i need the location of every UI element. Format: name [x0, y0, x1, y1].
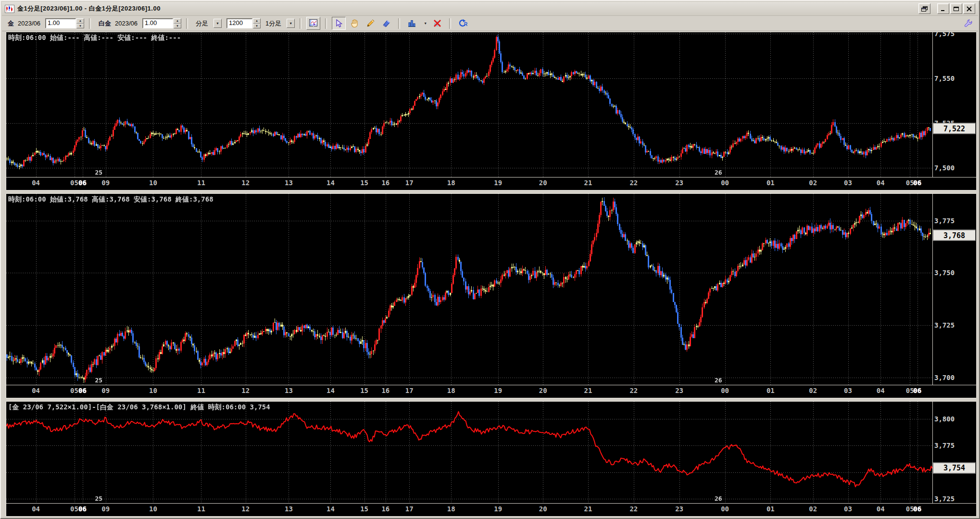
- platinum-1min-price-axis: 3,7753,7503,7253,7003,768: [933, 194, 976, 385]
- toolbar-separator: [398, 18, 400, 29]
- time-axis-tick-label: 19: [494, 387, 502, 394]
- restore-icon[interactable]: [918, 3, 930, 14]
- time-axis-tick-label: 05: [70, 387, 78, 394]
- time-axis-tick-label: 05: [906, 179, 914, 187]
- time-axis-tick-label: 15: [360, 505, 368, 513]
- time-axis-tick-label: 13: [285, 505, 293, 513]
- instrument2-contract-month: 2023/06: [115, 20, 138, 27]
- time-axis-tick-label: 22: [629, 387, 638, 394]
- window-controls: [917, 3, 975, 14]
- time-axis-tick-label: 03: [844, 505, 852, 513]
- price-axis-label: 7,575: [934, 32, 955, 38]
- time-axis-tick-label: 11: [197, 179, 205, 187]
- instrument1-multiplier-stepper[interactable]: 1.00 ▲▼: [45, 18, 84, 28]
- pointer-icon[interactable]: [332, 17, 346, 30]
- price-axis-label: 3,750: [934, 269, 955, 277]
- candlestick-app-icon: [5, 5, 14, 13]
- spread-chart-panel: [金 23/06 7,522×1.00]-[白金 23/06 3,768×1.0…: [6, 401, 976, 517]
- titlebar: 金1分足[2023/06]1.00 - 白金1分足[2023/06]1.00: [2, 2, 978, 16]
- window-title: 金1分足[2023/06]1.00 - 白金1分足[2023/06]1.00: [17, 4, 161, 13]
- gold-1min-price-axis: 7,5757,5507,5257,5007,522: [933, 32, 976, 177]
- time-axis-tick-label: 06: [78, 179, 87, 187]
- time-axis-tick-label: 01: [766, 505, 775, 513]
- price-axis-label: 3,700: [934, 374, 955, 381]
- chart-cursor-icon[interactable]: [306, 17, 320, 30]
- svg-text:R: R: [464, 22, 468, 27]
- spinner-arrows[interactable]: ▲▼: [76, 18, 84, 28]
- time-axis-tick-label: 14: [327, 387, 335, 394]
- time-axis-tick-label: 20: [539, 505, 547, 513]
- time-axis-tick-label: 04: [32, 505, 40, 513]
- spinner-arrows[interactable]: ▲▼: [253, 18, 261, 28]
- bar-chart-icon[interactable]: [405, 17, 419, 30]
- eraser-icon[interactable]: [379, 17, 393, 30]
- wrench-icon[interactable]: [961, 17, 975, 30]
- spread-gold-minus-platinum-time-axis: 0405060910111213141516171819202122230001…: [6, 503, 976, 516]
- time-axis-tick-label: 05: [906, 505, 914, 513]
- time-axis-tick-label: 17: [405, 387, 414, 394]
- toolbar-separator: [186, 18, 188, 29]
- time-axis-tick-label: 01: [766, 387, 775, 394]
- time-axis-tick-label: 15: [360, 179, 368, 187]
- toolbar-separator: [449, 18, 451, 29]
- instrument2-label: 白金: [99, 19, 111, 28]
- date-marker-25: 25: [95, 495, 104, 502]
- time-axis-tick-label: 13: [285, 387, 293, 394]
- time-axis-tick-label: 01: [766, 179, 775, 187]
- time-axis-tick-label: 16: [381, 179, 389, 187]
- time-axis-tick-label: 06: [78, 387, 87, 394]
- price-axis-label: 3,800: [934, 415, 955, 423]
- instrument1-label: 金: [8, 19, 14, 28]
- spread-gold-minus-platinum-canvas[interactable]: [6, 402, 932, 503]
- time-axis-tick-label: 05: [70, 505, 78, 513]
- platinum-1min-plot-area[interactable]: 時刻:06:00 始値:3,768 高値:3,768 安値:3,768 終値:3…: [6, 194, 933, 385]
- time-axis-tick-label: 19: [494, 505, 502, 513]
- time-axis-tick-label: 21: [584, 505, 592, 513]
- bar-chart-dropdown[interactable]: ▼: [422, 20, 428, 27]
- time-axis-tick-label: 23: [675, 179, 683, 187]
- time-axis-tick-label: 10: [149, 387, 157, 394]
- delete-chart-icon[interactable]: [430, 17, 444, 30]
- close-icon[interactable]: [963, 3, 975, 14]
- time-axis-tick-label: 11: [197, 505, 205, 513]
- instrument1-contract-month: 2023/06: [18, 20, 40, 27]
- spread-gold-minus-platinum-price-axis: 3,8003,7753,7253,754: [933, 402, 976, 503]
- bar-type-dropdown[interactable]: ▼: [214, 19, 222, 28]
- maximize-icon[interactable]: [950, 3, 962, 14]
- spinner-arrows[interactable]: ▲▼: [174, 18, 181, 28]
- gold-1min-plot-area[interactable]: 時刻:06:00 始値:--- 高値:--- 安値:--- 終値:---2526: [6, 32, 933, 177]
- interval-dropdown-label: 1分足: [265, 19, 281, 28]
- time-axis-tick-label: 04: [877, 179, 885, 187]
- time-axis-tick-label: 12: [241, 387, 250, 394]
- bar-count-stepper[interactable]: 1200 ▲▼: [226, 18, 261, 28]
- date-marker-26: 26: [715, 169, 724, 176]
- time-axis-tick-label: 18: [447, 179, 455, 187]
- platinum-chart-panel: 時刻:06:00 始値:3,768 高値:3,768 安値:3,768 終値:3…: [6, 193, 976, 398]
- pencil-icon[interactable]: [364, 17, 377, 30]
- date-marker-25: 25: [95, 169, 104, 176]
- price-axis-label: 7,500: [934, 164, 955, 172]
- app-window: 金1分足[2023/06]1.00 - 白金1分足[2023/06]1.00 金…: [0, 0, 980, 519]
- minimize-icon[interactable]: [937, 3, 949, 14]
- gold-1min-canvas[interactable]: [6, 32, 932, 177]
- hand-icon[interactable]: [348, 17, 362, 30]
- time-axis-tick-label: 04: [32, 387, 40, 394]
- time-axis-tick-label: 05: [906, 387, 914, 394]
- time-axis-tick-label: 00: [721, 505, 729, 513]
- time-axis-tick-label: 16: [381, 505, 389, 513]
- time-axis-tick-label: 02: [809, 387, 817, 394]
- time-axis-tick-label: 12: [241, 179, 250, 187]
- price-axis-label: 3,775: [934, 442, 955, 449]
- reload-icon[interactable]: R: [456, 17, 470, 30]
- time-axis-tick-label: 09: [101, 505, 110, 513]
- time-axis-tick-label: 02: [809, 179, 817, 187]
- price-axis-label: 7,550: [934, 75, 955, 82]
- instrument2-multiplier-stepper[interactable]: 1.00 ▲▼: [142, 18, 181, 28]
- interval-dropdown[interactable]: ▼: [287, 19, 295, 28]
- platinum-1min-info-line: 時刻:06:00 始値:3,768 高値:3,768 安値:3,768 終値:3…: [8, 195, 214, 204]
- time-axis-tick-label: 06: [913, 179, 921, 187]
- time-axis-tick-label: 05: [70, 179, 78, 187]
- time-axis-tick-label: 14: [327, 179, 335, 187]
- spread-gold-minus-platinum-plot-area[interactable]: [金 23/06 7,522×1.00]-[白金 23/06 3,768×1.0…: [6, 402, 933, 503]
- platinum-1min-canvas[interactable]: [6, 194, 932, 385]
